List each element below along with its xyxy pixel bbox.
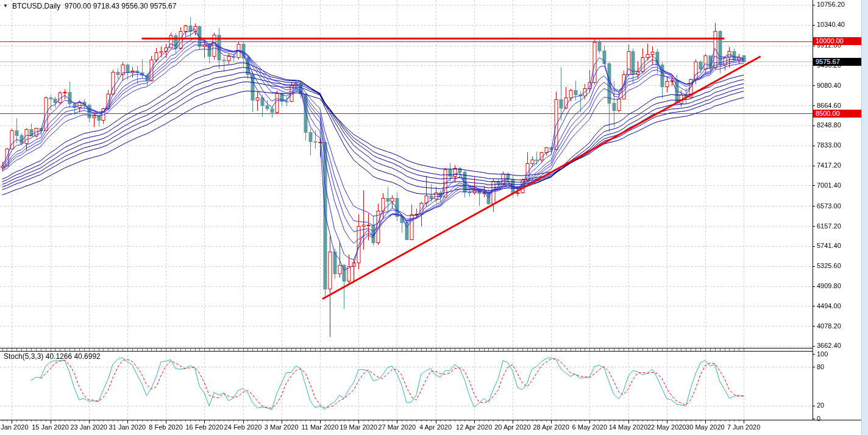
trading-chart-window: { "title": { "symbol_period": "BTCUSD,Da…	[0, 0, 868, 435]
price-chart-canvas[interactable]	[0, 0, 868, 435]
window-edge-scrollbar[interactable]	[861, 0, 868, 435]
